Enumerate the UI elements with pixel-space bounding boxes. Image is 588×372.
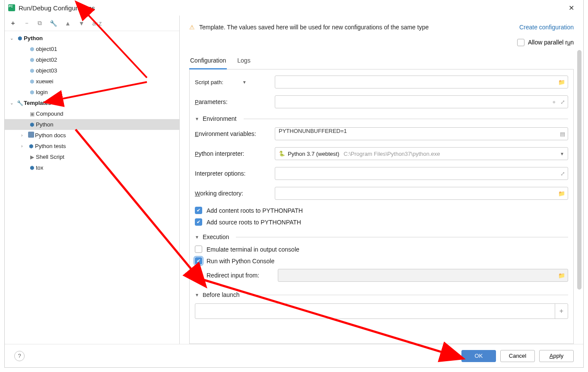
warning-icon: ⚠: [189, 24, 195, 31]
environment-section[interactable]: ▼ Environment: [195, 115, 568, 122]
interpreter-label: Python interpreter:: [195, 150, 275, 157]
emulate-terminal-checkbox[interactable]: [195, 246, 202, 253]
tree-item-tox[interactable]: ⬢tox: [5, 162, 179, 173]
tab-logs[interactable]: Logs: [236, 57, 251, 69]
pycharm-icon: [8, 4, 15, 11]
workdir-label: Working directory:: [195, 190, 275, 197]
edit-icon[interactable]: 🔧: [50, 20, 57, 27]
folder-icon[interactable]: 📁: [558, 272, 565, 279]
python-file-icon: ⬢: [28, 46, 36, 52]
remove-icon[interactable]: －: [24, 19, 30, 27]
add-task-icon[interactable]: +: [555, 304, 568, 318]
env-vars-input[interactable]: PYTHONUNBUFFERED=1▤: [275, 127, 568, 140]
tree-node-templates[interactable]: ⌄ 🔧 Templates: [5, 98, 179, 108]
folder-icon[interactable]: 📁: [558, 79, 565, 85]
python-file-icon: ⬢: [28, 89, 36, 95]
add-source-checkbox[interactable]: ✔: [195, 218, 202, 226]
docs-icon: [27, 132, 35, 139]
scrollbar[interactable]: [576, 50, 582, 335]
env-vars-label: Environment variables:: [195, 130, 275, 137]
tree-item-compound[interactable]: ▣Compound: [5, 108, 179, 119]
parameters-label: Parameters:: [195, 98, 275, 105]
sort-icon[interactable]: a↓z: [92, 20, 102, 27]
copy-icon[interactable]: ⧉: [38, 19, 42, 27]
triangle-down-icon: ▼: [195, 235, 199, 240]
sidebar: ＋ － ⧉ 🔧 ▲ ▼ a↓z ⌄ ⬢ Python ⬢object01 ⬢ob…: [5, 16, 180, 344]
down-icon[interactable]: ▼: [79, 20, 85, 27]
before-launch-list[interactable]: +: [195, 303, 568, 319]
parameters-input[interactable]: +⤢: [275, 95, 568, 108]
chevron-right-icon: ›: [21, 133, 27, 138]
tree-item[interactable]: ⬢object03: [5, 65, 179, 76]
tree-item[interactable]: ⬢login: [5, 87, 179, 98]
allow-parallel-checkbox[interactable]: [517, 39, 524, 46]
triangle-down-icon: ▼: [195, 117, 199, 121]
interp-opts-label: Interpreter options:: [195, 170, 275, 177]
run-python-console-label: Run with Python Console: [207, 258, 274, 265]
python-file-icon: ⬢: [28, 68, 36, 74]
compound-icon: ▣: [28, 111, 36, 117]
tab-configuration[interactable]: Configuration: [189, 57, 227, 69]
dialog-title: Run/Debug Configurations: [19, 4, 95, 12]
tree-item[interactable]: ⬢object02: [5, 54, 179, 65]
create-configuration-link[interactable]: Create configuration: [519, 24, 574, 31]
python-icon: ⬢: [28, 122, 36, 128]
chevron-down-icon: ⌄: [10, 36, 16, 41]
redirect-input-label: Redirect input from:: [207, 272, 273, 279]
apply-button[interactable]: Apply: [539, 350, 574, 362]
list-icon[interactable]: ▤: [560, 131, 565, 137]
triangle-down-icon: ▼: [195, 293, 199, 297]
add-content-checkbox[interactable]: ✔: [195, 207, 202, 214]
expand-icon[interactable]: +: [552, 99, 556, 105]
add-source-label: Add source roots to PYTHONPATH: [207, 219, 301, 226]
help-button[interactable]: ?: [14, 351, 25, 361]
close-icon[interactable]: ✕: [563, 4, 580, 12]
tree-item-shell[interactable]: ▶Shell Script: [5, 151, 179, 162]
emulate-terminal-label: Emulate terminal in output console: [207, 246, 299, 253]
chevron-down-icon: ⌄: [10, 101, 16, 105]
tree-node-python[interactable]: ⌄ ⬢ Python: [5, 33, 179, 44]
python-icon: ⬢: [16, 35, 24, 41]
chevron-right-icon: ›: [21, 144, 27, 148]
expand-field-icon[interactable]: ⤢: [560, 99, 565, 105]
shell-icon: ▶: [28, 154, 36, 160]
redirect-input-checkbox[interactable]: [195, 272, 202, 279]
workdir-input[interactable]: 📁: [275, 187, 568, 200]
python-tests-icon: ⬢: [27, 143, 35, 149]
interp-opts-input[interactable]: ⤢: [275, 167, 568, 180]
sidebar-toolbar: ＋ － ⧉ 🔧 ▲ ▼ a↓z: [5, 16, 179, 31]
tree-item-python[interactable]: ⬢Python: [5, 119, 179, 130]
interpreter-dropdown[interactable]: 🐍 Python 3.7 (webtest) C:\Program Files\…: [275, 147, 568, 160]
script-path-input[interactable]: 📁: [275, 76, 568, 88]
redirect-input-field[interactable]: 📁: [278, 269, 568, 282]
tox-icon: ⬢: [28, 165, 36, 171]
expand-field-icon[interactable]: ⤢: [560, 170, 565, 177]
main-panel: ⚠ Template. The values saved here will b…: [180, 16, 583, 344]
python-icon: 🐍: [279, 151, 285, 157]
chevron-down-icon: ▼: [560, 151, 564, 156]
cancel-button[interactable]: Cancel: [500, 350, 535, 362]
run-python-console-checkbox[interactable]: ✔: [195, 257, 202, 265]
config-tree: ⌄ ⬢ Python ⬢object01 ⬢object02 ⬢object03…: [5, 31, 179, 344]
tree-item-python-docs[interactable]: ›Python docs: [5, 130, 179, 141]
wrench-icon: 🔧: [16, 100, 24, 106]
allow-parallel-label: Allow parallel run: [528, 39, 574, 46]
python-file-icon: ⬢: [28, 79, 36, 85]
ok-button[interactable]: OK: [461, 350, 496, 362]
execution-section[interactable]: ▼ Execution: [195, 233, 568, 240]
tree-item-python-tests[interactable]: ›⬢Python tests: [5, 141, 179, 151]
up-icon[interactable]: ▲: [65, 20, 71, 27]
add-content-label: Add content roots to PYTHONPATH: [207, 207, 303, 214]
script-path-label[interactable]: Script path:▼: [195, 79, 275, 85]
python-file-icon: ⬢: [28, 57, 36, 63]
folder-icon[interactable]: 📁: [558, 190, 565, 197]
tree-item[interactable]: ⬢xuewei: [5, 76, 179, 87]
tree-item[interactable]: ⬢object01: [5, 44, 179, 54]
add-icon[interactable]: ＋: [10, 19, 16, 27]
banner-message: Template. The values saved here will be …: [199, 24, 429, 31]
before-launch-section[interactable]: ▼ Before launch: [195, 291, 568, 298]
